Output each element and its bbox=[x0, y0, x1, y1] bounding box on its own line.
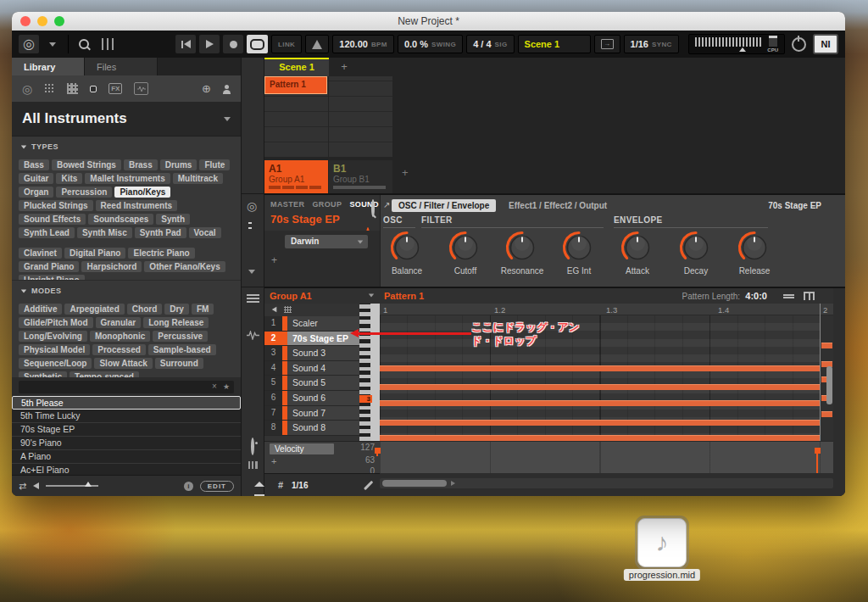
audio-icon[interactable] bbox=[248, 461, 258, 469]
sound-row[interactable]: 4 Sound 4 bbox=[264, 361, 359, 376]
mode-tag[interactable]: Glide/Pitch Mod bbox=[19, 317, 93, 328]
scene-value[interactable]: Scene 1 bbox=[525, 39, 560, 49]
file-label[interactable]: progression.mid bbox=[624, 569, 700, 581]
perform-grid-display[interactable]: 1/16 SYNC bbox=[624, 35, 679, 53]
play-button[interactable] bbox=[199, 35, 220, 53]
midi-note[interactable] bbox=[380, 435, 820, 441]
group-header[interactable]: Group A1 bbox=[264, 288, 380, 304]
sounds-filter-icon[interactable] bbox=[67, 83, 78, 94]
type-subtag[interactable]: Clavinet bbox=[19, 248, 62, 259]
mode-tag[interactable]: Slow Attack bbox=[94, 358, 152, 369]
sound-row[interactable]: 3 Sound 3 bbox=[264, 346, 359, 361]
type-tag[interactable]: Guitar bbox=[19, 173, 53, 184]
titlebar[interactable]: New Project * bbox=[12, 12, 845, 31]
midi-file-icon[interactable]: ♪ bbox=[637, 518, 687, 567]
parameter-knob[interactable]: Attack bbox=[610, 229, 665, 276]
scene-tab[interactable]: Scene 1 bbox=[264, 58, 329, 76]
sound-number[interactable]: 7 bbox=[264, 406, 282, 421]
mode-tag[interactable]: Monophonic bbox=[90, 331, 150, 342]
type-tag[interactable]: Piano/Keys bbox=[114, 187, 170, 198]
autoload-icon[interactable]: ⇄ bbox=[19, 482, 26, 491]
result-item[interactable]: Ac+El Piano bbox=[12, 464, 241, 476]
type-tag[interactable]: Organ bbox=[19, 187, 53, 198]
velocity-marker[interactable] bbox=[816, 448, 818, 473]
groups-filter-icon[interactable] bbox=[44, 83, 55, 94]
channel-tab[interactable]: MASTER bbox=[270, 200, 304, 209]
velocity-lane[interactable] bbox=[380, 441, 833, 473]
volume-handle-icon[interactable] bbox=[85, 482, 92, 487]
browser-toggle-button[interactable] bbox=[74, 35, 94, 53]
type-subtag[interactable]: Other Piano/Keys bbox=[144, 261, 225, 272]
mode-tag[interactable]: Surround bbox=[155, 358, 203, 369]
group-a1-cell[interactable]: A1 Group A1 bbox=[264, 160, 328, 193]
type-tag[interactable]: Mallet Instruments bbox=[85, 173, 170, 184]
knob-dial-icon[interactable] bbox=[560, 229, 598, 266]
sound-name-label[interactable]: Sound 8 bbox=[287, 421, 359, 435]
bpm-value[interactable]: 120.00 bbox=[339, 39, 368, 49]
ni-logo[interactable]: NI bbox=[813, 34, 838, 54]
add-group-button[interactable]: + bbox=[402, 166, 409, 179]
globe-icon[interactable]: ⊕ bbox=[202, 83, 211, 94]
loops-filter-icon[interactable] bbox=[134, 82, 148, 95]
mode-tag[interactable]: Granular bbox=[96, 317, 142, 328]
user-content-icon[interactable] bbox=[223, 90, 231, 94]
meter-marker-icon[interactable] bbox=[739, 47, 746, 52]
modes-section-header[interactable]: MODES bbox=[12, 281, 241, 295]
mode-tag[interactable]: Chord bbox=[127, 304, 162, 315]
grid-resolution-value[interactable]: 1/16 bbox=[292, 481, 308, 490]
follow-button[interactable]: → bbox=[594, 35, 620, 53]
pattern-slot-column-b[interactable] bbox=[329, 76, 392, 157]
mode-tag[interactable]: Long/Evolving bbox=[19, 331, 87, 342]
mode-tag[interactable]: Physical Model bbox=[19, 344, 90, 355]
knob-dial-icon[interactable] bbox=[677, 229, 715, 266]
grid-value[interactable]: 1/16 bbox=[631, 39, 648, 49]
knob-dial-icon[interactable] bbox=[504, 229, 541, 266]
result-item[interactable]: 90's Piano bbox=[12, 437, 241, 450]
collapse-panel-icon[interactable] bbox=[248, 270, 255, 274]
piano-key-strip[interactable] bbox=[359, 304, 380, 441]
mode-tag[interactable]: Arpeggiated bbox=[64, 304, 124, 315]
channel-icon[interactable]: ◎ bbox=[247, 200, 257, 212]
mode-tag[interactable]: Percussive bbox=[153, 331, 208, 342]
mode-tag[interactable]: Dry bbox=[164, 304, 189, 315]
mode-tag[interactable]: Additive bbox=[19, 304, 62, 315]
mode-tag[interactable]: FM bbox=[192, 304, 214, 315]
sound-number[interactable]: 4 bbox=[264, 361, 282, 376]
browser-tab[interactable]: Files bbox=[85, 58, 158, 75]
add-scene-button[interactable]: + bbox=[336, 58, 353, 76]
type-tag[interactable]: Percussion bbox=[56, 187, 112, 198]
type-tag[interactable]: Synth Misc bbox=[77, 227, 132, 238]
signature-value[interactable]: 4 / 4 bbox=[473, 39, 491, 49]
swing-display[interactable]: 0.0 % SWING bbox=[398, 35, 463, 53]
parameter-knob[interactable]: EG Int bbox=[552, 229, 606, 276]
result-item[interactable]: 5th Time Lucky bbox=[12, 410, 241, 423]
sound-name-label[interactable]: Sound 3 bbox=[287, 346, 359, 360]
search-input[interactable]: × ★ bbox=[19, 381, 234, 393]
parameter-knob[interactable]: Cutoff bbox=[438, 229, 492, 276]
sound-name-label[interactable]: Sound 4 bbox=[287, 361, 359, 376]
sound-row[interactable]: 7 Sound 7 bbox=[264, 406, 359, 421]
prehear-speaker-icon[interactable] bbox=[33, 482, 39, 489]
maschine-content-icon[interactable]: ◎ bbox=[22, 83, 32, 95]
type-subtag[interactable]: Harpsichord bbox=[81, 261, 142, 272]
result-item[interactable]: 5th Please bbox=[12, 396, 241, 410]
pattern-options-icon[interactable] bbox=[783, 293, 794, 299]
type-tag[interactable]: Vocal bbox=[189, 227, 221, 238]
type-tag[interactable]: Soundscapes bbox=[88, 214, 153, 225]
sound-number[interactable]: 2 bbox=[264, 332, 282, 346]
type-tag[interactable]: Sound Effects bbox=[19, 214, 86, 225]
sound-row[interactable]: 5 Sound 5 bbox=[264, 376, 359, 391]
bpm-display[interactable]: 120.00 BPM bbox=[332, 35, 394, 53]
knob-dial-icon[interactable] bbox=[736, 229, 773, 266]
timeline-ruler[interactable]: 1 1.2 1.3 1.4 2 bbox=[380, 304, 833, 315]
loop-button[interactable] bbox=[247, 35, 268, 53]
knob-dial-icon[interactable] bbox=[388, 229, 426, 266]
type-tag[interactable]: Bass bbox=[19, 159, 49, 170]
type-tag[interactable]: Synth Lead bbox=[19, 227, 75, 238]
scrollbar-arrow-icon[interactable] bbox=[451, 481, 455, 486]
swing-value[interactable]: 0.0 % bbox=[404, 39, 428, 49]
parameter-page-alt[interactable]: Effect1 / Effect2 / Output bbox=[509, 201, 607, 210]
mode-tag[interactable]: Long Release bbox=[143, 317, 209, 328]
pattern-title[interactable]: Pattern 1 bbox=[384, 291, 424, 301]
horizontal-scrollbar[interactable] bbox=[380, 478, 833, 488]
